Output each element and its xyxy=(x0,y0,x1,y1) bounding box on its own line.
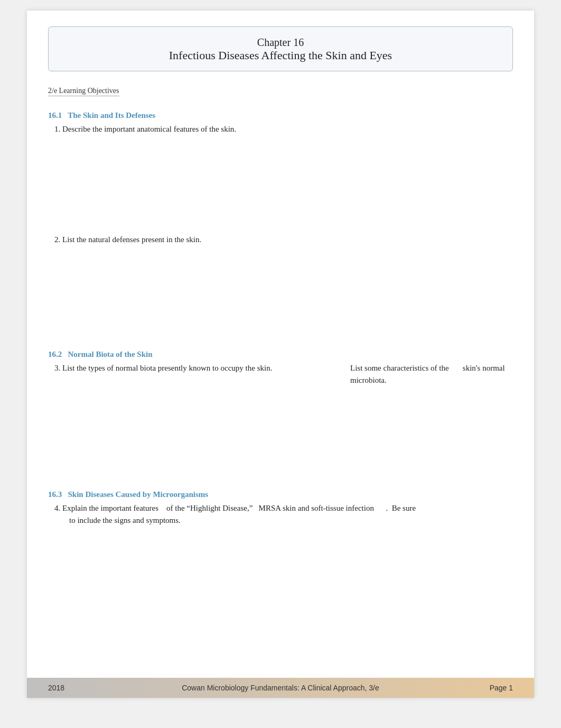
objective-1-number: 1. xyxy=(54,125,62,133)
objective-4-text: Explain the important features of the “H… xyxy=(62,504,416,512)
section-16-2-title: Normal Biota of the Skin xyxy=(68,350,153,358)
objective-3-text: List the types of normal biota presently… xyxy=(62,364,272,372)
section-16-3-heading: 16.3 Skin Diseases Caused by Microorgani… xyxy=(48,490,513,499)
chapter-number: Chapter 16 xyxy=(59,36,502,49)
objective-2-text: List the natural defenses present in the… xyxy=(62,235,201,244)
learning-objectives-label: 2/e Learning Objectives xyxy=(48,87,119,96)
objective-3-row: 3. List the types of normal biota presen… xyxy=(48,362,513,390)
footer-title: Cowan Microbiology Fundamentals: A Clini… xyxy=(80,684,481,692)
spacer-obj4-image xyxy=(48,530,513,625)
objective-1: 1. Describe the important anatomical fea… xyxy=(54,123,513,135)
objective-3-inline: List some characteristics of the skin's … xyxy=(350,362,513,387)
page-container: Chapter 16 Infectious Diseases Affecting… xyxy=(27,11,534,698)
objective-3-number: 3. xyxy=(54,364,62,372)
footer-year: 2018 xyxy=(48,684,80,692)
section-16-1-heading: 16.1 The Skin and Its Defenses xyxy=(48,111,513,120)
section-16-1-title: The Skin and Its Defenses xyxy=(68,111,155,119)
footer-page: Page 1 xyxy=(481,684,513,692)
section-16-1-num: 16.1 xyxy=(48,111,62,119)
objective-1-text: Describe the important anatomical featur… xyxy=(62,125,236,133)
section-16-2-num: 16.2 xyxy=(48,350,62,358)
objective-3-inline-text: List some characteristics of the skin's … xyxy=(350,364,505,384)
section-16-2-heading: 16.2 Normal Biota of the Skin xyxy=(48,350,513,359)
section-16-3-title: Skin Diseases Caused by Microorganisms xyxy=(68,490,209,499)
footer-bar: 2018 Cowan Microbiology Fundamentals: A … xyxy=(27,678,534,698)
objective-4: 4. Explain the important features of the… xyxy=(54,502,513,527)
footer-content: 2018 Cowan Microbiology Fundamentals: A … xyxy=(27,684,534,692)
objective-4-text-cont: to include the signs and symptoms. xyxy=(69,516,181,524)
section-16-3-num: 16.3 xyxy=(48,490,62,499)
spacer-obj2-image xyxy=(48,250,513,345)
objective-3-left: 3. List the types of normal biota presen… xyxy=(48,362,333,377)
objective-3: 3. List the types of normal biota presen… xyxy=(54,362,333,374)
section-16-2: 16.2 Normal Biota of the Skin 3. List th… xyxy=(48,350,513,485)
objective-2-number: 2. xyxy=(54,235,62,244)
section-16-1: 16.1 The Skin and Its Defenses 1. Descri… xyxy=(48,111,513,345)
objective-3-right: List some characteristics of the skin's … xyxy=(344,362,513,390)
objective-2: 2. List the natural defenses present in … xyxy=(54,234,513,246)
chapter-header: Chapter 16 Infectious Diseases Affecting… xyxy=(48,26,513,71)
objective-4-number: 4. xyxy=(54,504,62,512)
section-16-3: 16.3 Skin Diseases Caused by Microorgani… xyxy=(48,490,513,625)
spacer-obj3-image xyxy=(48,390,513,485)
chapter-title: Infectious Diseases Affecting the Skin a… xyxy=(59,49,502,62)
spacer-obj1-image xyxy=(48,139,513,234)
